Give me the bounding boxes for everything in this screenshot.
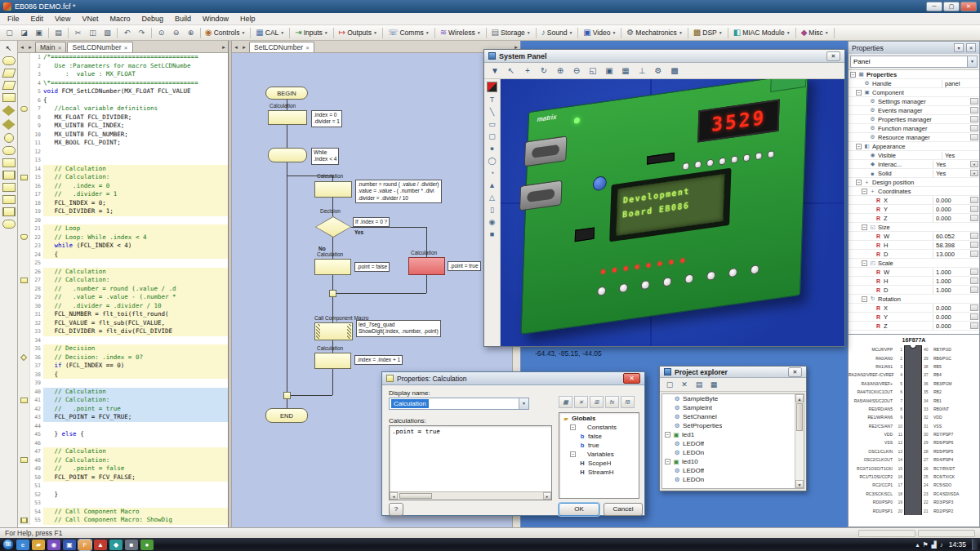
code-line[interactable]: 14 // Calculation bbox=[18, 165, 228, 174]
calculation-block[interactable] bbox=[268, 110, 307, 125]
tray-chevron-icon[interactable]: ▴ bbox=[915, 541, 919, 549]
axes-icon[interactable]: ⊥ bbox=[635, 64, 649, 78]
menu-file[interactable]: File bbox=[2, 13, 25, 25]
pointer-icon[interactable]: ↖ bbox=[504, 64, 519, 78]
db9-connector[interactable] bbox=[524, 136, 568, 167]
viewport-3d[interactable]: matrix 3529 Development Board EB086 bbox=[501, 79, 844, 346]
taskbar-app-teal[interactable]: ◆ bbox=[109, 540, 122, 550]
code-line[interactable]: 8 MX_FLOAT FCL_DIVIDER; bbox=[18, 113, 228, 122]
code-line[interactable]: 52 } bbox=[18, 491, 228, 500]
property-row[interactable]: ⚙Events manager bbox=[849, 106, 979, 115]
cube-tool[interactable]: ■ bbox=[487, 229, 498, 239]
tree-item-streamh[interactable]: HStreamH bbox=[559, 468, 639, 477]
property-button[interactable] bbox=[970, 304, 978, 311]
code-line[interactable]: 43 FCL_POINT = FCV_TRUE; bbox=[18, 413, 228, 422]
tree-item-setchannel[interactable]: ⚙SetChannel bbox=[662, 412, 795, 421]
push-button[interactable] bbox=[743, 153, 751, 162]
tray-volume-icon[interactable]: ♪ bbox=[940, 541, 943, 549]
expander-icon[interactable]: − bbox=[862, 296, 867, 302]
property-button[interactable] bbox=[970, 134, 978, 140]
cancel-button[interactable]: Cancel bbox=[604, 503, 643, 516]
property-row[interactable]: −◰Scale bbox=[849, 259, 979, 268]
property-row[interactable]: −▦Properties bbox=[849, 70, 979, 79]
property-row[interactable]: ⚙Properties manager bbox=[849, 115, 979, 124]
code-line[interactable]: 19 FCL_DIVIDER = 1; bbox=[18, 207, 228, 216]
chevron-down-icon[interactable]: ▾ bbox=[954, 43, 964, 52]
connection-point-tool[interactable] bbox=[4, 133, 14, 143]
flow-end[interactable]: END bbox=[265, 408, 308, 423]
property-row[interactable]: RZ0.000 bbox=[849, 214, 979, 223]
expander-icon[interactable]: − bbox=[856, 90, 862, 96]
property-row[interactable]: −▣Component bbox=[849, 88, 979, 97]
expander-icon[interactable]: − bbox=[856, 180, 862, 185]
property-button[interactable] bbox=[970, 278, 978, 284]
start-button[interactable]: ⊞ bbox=[2, 539, 14, 550]
scrollbar-thumb[interactable] bbox=[796, 403, 803, 431]
property-row[interactable]: RY0.000 bbox=[849, 313, 979, 322]
menu-build[interactable]: Build bbox=[169, 13, 197, 25]
code-line[interactable]: 51 bbox=[18, 482, 228, 491]
circle-tool[interactable]: ● bbox=[487, 144, 498, 153]
connection-point[interactable] bbox=[329, 290, 336, 297]
tree-item-ledon[interactable]: ⚙LEDOn bbox=[662, 448, 795, 457]
group-controls[interactable]: ◉Controls▼ bbox=[203, 26, 247, 40]
zoom-in-icon[interactable]: ⊕ bbox=[553, 64, 568, 78]
code-line[interactable]: 6{ bbox=[18, 96, 228, 105]
tray-network-icon[interactable]: ▟ bbox=[932, 541, 937, 549]
scroll-up-icon[interactable]: ▲ bbox=[795, 394, 804, 402]
close-button[interactable]: ✕ bbox=[960, 2, 977, 11]
property-row[interactable]: RZ0.000 bbox=[849, 322, 979, 331]
rect-tool[interactable]: ▭ bbox=[487, 119, 498, 129]
tree-item-ledon[interactable]: ⚙LEDOn bbox=[662, 475, 795, 484]
code-line[interactable]: 41 // Calculation: bbox=[18, 396, 228, 405]
code-line[interactable]: 11 MX_BOOL FCL_POINT; bbox=[18, 139, 228, 148]
begin-end-tool[interactable] bbox=[2, 56, 16, 65]
push-button[interactable] bbox=[597, 286, 606, 296]
taskbar-app-gray[interactable]: ■ bbox=[125, 540, 138, 550]
delete-macro-icon[interactable]: ✕ bbox=[678, 379, 691, 390]
display-name-combo[interactable]: Calculation ▼ bbox=[389, 398, 529, 410]
comment-tool[interactable] bbox=[2, 220, 16, 229]
taskbar-app-blue[interactable]: ▣ bbox=[63, 540, 76, 550]
expander-icon[interactable]: − bbox=[570, 424, 576, 430]
open-button[interactable]: ◪ bbox=[17, 26, 31, 39]
code-line[interactable]: 33 FCL_DIVIDER = flt_div(FCL_DIVIDE bbox=[18, 327, 228, 336]
code-line[interactable]: 20 bbox=[18, 216, 228, 225]
tab-scroll-left2[interactable]: ▸ bbox=[26, 42, 34, 52]
chip-icon[interactable]: ▦ bbox=[559, 396, 572, 408]
cut-button[interactable]: ✂ bbox=[71, 26, 85, 39]
close-button[interactable]: ✕ bbox=[623, 373, 640, 384]
group-storage[interactable]: ▤Storage▼ bbox=[489, 26, 533, 40]
save-button[interactable]: ▣ bbox=[32, 26, 46, 39]
code-line[interactable]: 12 bbox=[18, 148, 228, 157]
expander-icon[interactable]: − bbox=[862, 189, 867, 194]
code-line[interactable]: 29 // .value = .value - (.number * bbox=[18, 293, 228, 302]
tree-item-samplebyte[interactable]: ⚙SampleByte bbox=[662, 394, 795, 403]
push-button[interactable] bbox=[706, 158, 714, 167]
show-desktop-button[interactable] bbox=[972, 539, 978, 550]
tab-scroll-left[interactable]: ◂ bbox=[18, 42, 26, 52]
push-button[interactable] bbox=[682, 162, 689, 171]
taskbar-app-green[interactable]: ● bbox=[140, 540, 154, 550]
chip-icon[interactable]: ▩ bbox=[667, 64, 682, 78]
tab-close-icon[interactable]: ✕ bbox=[305, 45, 310, 51]
code-line[interactable]: 2 Use :Parameters for macro SetLCDNumbe bbox=[18, 62, 228, 71]
code-line[interactable]: 54 // Call Component Macro bbox=[18, 508, 228, 517]
sphere-tool[interactable]: ◉ bbox=[487, 217, 498, 227]
properties-panel-header[interactable]: Properties ▾ ✕ bbox=[849, 42, 979, 54]
code-line[interactable]: 37 if (FCL_INDEX == 0) bbox=[18, 362, 228, 371]
tab-main[interactable]: Main✕ bbox=[35, 42, 66, 52]
titlebar[interactable]: EB086 DEMO.fcf * ─ ▢ ✕ bbox=[0, 0, 980, 13]
macro-tool[interactable] bbox=[2, 158, 16, 167]
calculation-block[interactable] bbox=[314, 259, 351, 275]
menu-help[interactable]: Help bbox=[234, 13, 261, 25]
tree-item-ledoff[interactable]: ⚙LEDOff bbox=[662, 466, 795, 475]
zoom-out-icon[interactable]: ⊖ bbox=[569, 64, 584, 78]
component-macro-block[interactable] bbox=[314, 322, 353, 340]
taskbar-media[interactable]: ◉ bbox=[47, 540, 60, 550]
property-button[interactable] bbox=[970, 107, 978, 113]
system-panel-titlebar[interactable]: System Panel ✕ bbox=[484, 50, 844, 63]
line-tool[interactable]: ╲ bbox=[487, 107, 498, 117]
ellipse-tool[interactable]: ◯ bbox=[487, 156, 498, 166]
code-line[interactable]: 47 // Calculation bbox=[18, 447, 228, 456]
